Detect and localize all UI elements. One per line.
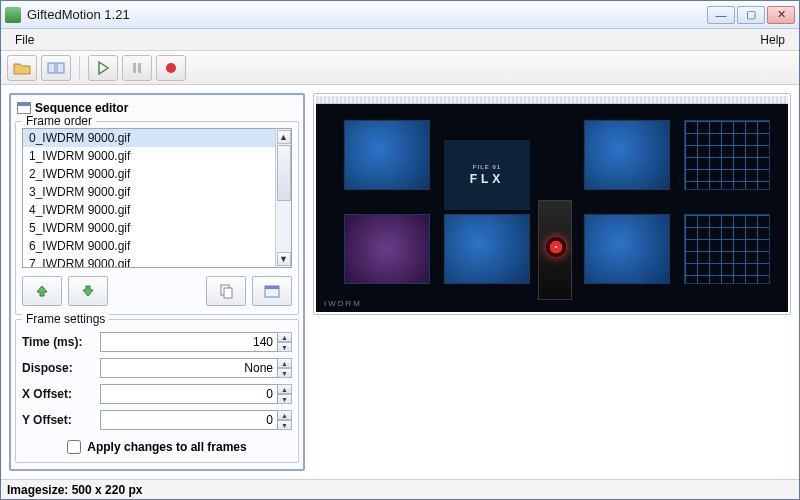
svg-rect-2: [133, 63, 136, 73]
sequence-editor-panel: Sequence editor Frame order 0_IWDRM 9000…: [9, 93, 305, 471]
spin-up-icon[interactable]: ▲: [278, 410, 292, 420]
screen-tile: [344, 214, 430, 284]
screen-tile: [684, 120, 770, 190]
screen-tile: [444, 214, 530, 284]
spin-down-icon[interactable]: ▼: [278, 420, 292, 430]
pause-icon: [130, 61, 144, 75]
spin-down-icon[interactable]: ▼: [278, 368, 292, 378]
statusbar: Imagesize: 500 x 220 px: [1, 479, 799, 499]
status-text: Imagesize: 500 x 220 px: [7, 483, 142, 497]
content-area: Sequence editor Frame order 0_IWDRM 9000…: [1, 85, 799, 479]
screen-tile: [684, 214, 770, 284]
xoffset-spinner[interactable]: ▲▼: [100, 384, 292, 404]
panel-title-label: Sequence editor: [35, 101, 128, 115]
apply-all-label: Apply changes to all frames: [87, 440, 246, 454]
menubar: File Help: [1, 29, 799, 51]
frames-button[interactable]: [41, 55, 71, 81]
delete-frame-button[interactable]: [252, 276, 292, 306]
scroll-track[interactable]: [277, 145, 291, 251]
time-label: Time (ms):: [22, 335, 94, 349]
list-item[interactable]: 2_IWDRM 9000.gif: [23, 165, 275, 183]
frame-list[interactable]: 0_IWDRM 9000.gif 1_IWDRM 9000.gif 2_IWDR…: [22, 128, 292, 268]
menu-file[interactable]: File: [7, 31, 42, 49]
open-button[interactable]: [7, 55, 37, 81]
move-down-button[interactable]: [68, 276, 108, 306]
yoffset-input[interactable]: [100, 410, 278, 430]
app-icon: [5, 7, 21, 23]
list-item[interactable]: 4_IWDRM 9000.gif: [23, 201, 275, 219]
svg-rect-0: [48, 63, 55, 73]
svg-rect-3: [138, 63, 141, 73]
xoffset-input[interactable]: [100, 384, 278, 404]
spin-up-icon[interactable]: ▲: [278, 384, 292, 394]
list-item[interactable]: 0_IWDRM 9000.gif: [23, 129, 275, 147]
screen-tile: [344, 120, 430, 190]
arrow-down-icon: [80, 283, 96, 299]
scroll-down-button[interactable]: ▼: [277, 252, 291, 266]
open-icon: [13, 61, 31, 75]
frame-settings-group: Frame settings Time (ms): ▲▼ Dispose: ▲▼: [15, 319, 299, 463]
titlebar[interactable]: GiftedMotion 1.21 — ▢ ✕: [1, 1, 799, 29]
screen-tile: [584, 120, 670, 190]
list-item[interactable]: 6_IWDRM 9000.gif: [23, 237, 275, 255]
spin-up-icon[interactable]: ▲: [278, 358, 292, 368]
app-window: GiftedMotion 1.21 — ▢ ✕ File Help: [0, 0, 800, 500]
toolbar-divider: [79, 56, 80, 80]
move-up-button[interactable]: [22, 276, 62, 306]
frame-settings-legend: Frame settings: [22, 312, 109, 326]
frames-icon: [47, 61, 65, 75]
spin-down-icon[interactable]: ▼: [278, 394, 292, 404]
minimize-button[interactable]: —: [707, 6, 735, 24]
xoffset-label: X Offset:: [22, 387, 94, 401]
yoffset-label: Y Offset:: [22, 413, 94, 427]
svg-rect-1: [57, 63, 64, 73]
list-item[interactable]: 3_IWDRM 9000.gif: [23, 183, 275, 201]
time-spinner[interactable]: ▲▼: [100, 332, 292, 352]
svg-rect-6: [224, 288, 232, 298]
dispose-field[interactable]: ▲▼: [100, 358, 292, 378]
frame-order-legend: Frame order: [22, 114, 96, 128]
preview-panel: FILE 01FLX IWDRM: [313, 93, 791, 471]
screen-tile-flx: FILE 01FLX: [444, 140, 530, 210]
spin-up-icon[interactable]: ▲: [278, 332, 292, 342]
preview-frame: FILE 01FLX IWDRM: [313, 93, 791, 315]
window-title: GiftedMotion 1.21: [27, 7, 707, 22]
list-scrollbar[interactable]: ▲ ▼: [275, 129, 291, 267]
panel-icon: [17, 102, 31, 114]
list-item[interactable]: 5_IWDRM 9000.gif: [23, 219, 275, 237]
play-icon: [96, 61, 110, 75]
yoffset-spinner[interactable]: ▲▼: [100, 410, 292, 430]
spin-down-icon[interactable]: ▼: [278, 342, 292, 352]
apply-all-checkbox[interactable]: [67, 440, 81, 454]
hal-unit: [538, 200, 572, 300]
calendar-delete-icon: [263, 283, 281, 299]
arrow-up-icon: [34, 283, 50, 299]
list-item[interactable]: 7_IWDRM 9000.gif: [23, 255, 275, 268]
preview-grip[interactable]: [316, 96, 788, 104]
dispose-label: Dispose:: [22, 361, 94, 375]
close-button[interactable]: ✕: [767, 6, 795, 24]
hal-eye-icon: [546, 237, 566, 257]
svg-rect-8: [265, 286, 279, 289]
scroll-up-button[interactable]: ▲: [277, 130, 291, 144]
copy-icon: [218, 283, 234, 299]
copy-frame-button[interactable]: [206, 276, 246, 306]
play-button[interactable]: [88, 55, 118, 81]
watermark: IWDRM: [324, 299, 362, 308]
frame-order-group: Frame order 0_IWDRM 9000.gif 1_IWDRM 900…: [15, 121, 299, 315]
screen-tile: [584, 214, 670, 284]
toolbar: [1, 51, 799, 85]
pause-button[interactable]: [122, 55, 152, 81]
preview-canvas: FILE 01FLX IWDRM: [316, 104, 788, 312]
time-input[interactable]: [100, 332, 278, 352]
record-button[interactable]: [156, 55, 186, 81]
maximize-button[interactable]: ▢: [737, 6, 765, 24]
dispose-input[interactable]: [100, 358, 278, 378]
scroll-thumb[interactable]: [277, 145, 291, 201]
record-icon: [164, 61, 178, 75]
list-item[interactable]: 1_IWDRM 9000.gif: [23, 147, 275, 165]
menu-help[interactable]: Help: [752, 31, 793, 49]
svg-point-4: [166, 63, 176, 73]
